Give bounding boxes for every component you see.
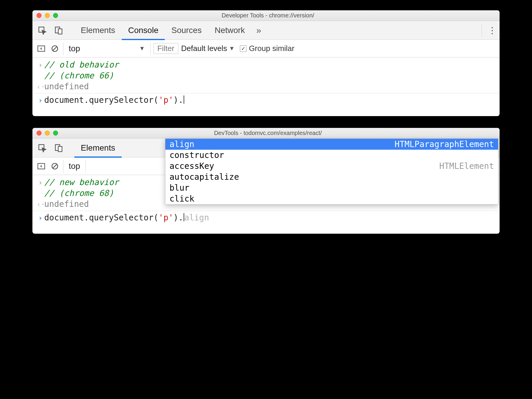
ac-name: blur xyxy=(169,183,189,193)
filter-input[interactable]: Filter xyxy=(154,43,178,54)
result-text: undefined xyxy=(44,82,89,91)
tab-network[interactable]: Network xyxy=(208,21,251,40)
tab-label: Console xyxy=(128,26,159,35)
ac-name: align xyxy=(169,139,194,149)
ac-name: constructor xyxy=(169,150,224,160)
ac-type: HTMLElement xyxy=(439,161,494,171)
result-text: undefined xyxy=(44,199,89,209)
window-controls xyxy=(37,131,58,136)
ac-name: click xyxy=(169,194,194,204)
devtools-window-1: Developer Tools - chrome://version/ Elem… xyxy=(32,10,500,116)
panel-tabbar: Elements Console Sources Network » ⋮ xyxy=(32,21,500,40)
autocomplete-item[interactable]: constructor xyxy=(165,150,498,161)
tab-label: Elements xyxy=(81,26,115,35)
svg-rect-8 xyxy=(58,146,62,152)
console-toolbar: top ▼ Filter Default levels ▼ ✓ Group si… xyxy=(32,40,500,57)
group-similar-toggle[interactable]: ✓ Group similar xyxy=(240,44,294,53)
autocomplete-item[interactable]: blur xyxy=(165,182,498,193)
context-selector[interactable]: top ▼ xyxy=(63,42,151,55)
comment-text: // (chrome 66) xyxy=(44,71,114,80)
prompt-icon: › xyxy=(37,95,44,105)
console-input[interactable]: document.querySelector('p').align xyxy=(44,213,209,222)
result-icon: ‹· xyxy=(37,199,44,209)
tab-label: Network xyxy=(215,26,245,35)
clear-console-icon[interactable] xyxy=(50,161,60,172)
prompt-icon: › xyxy=(37,213,44,222)
expand-icon[interactable]: › xyxy=(37,60,44,69)
maximize-button[interactable] xyxy=(53,131,58,136)
more-tabs-icon[interactable]: » xyxy=(251,25,266,35)
context-selector[interactable]: top xyxy=(63,160,86,173)
window-title: Developer Tools - chrome://version/ xyxy=(58,12,478,19)
titlebar: Developer Tools - chrome://version/ xyxy=(32,10,500,21)
autocomplete-item[interactable]: align HTMLParagraphElement xyxy=(165,139,498,150)
svg-line-5 xyxy=(53,47,57,50)
device-toolbar-icon[interactable] xyxy=(52,142,65,154)
tab-label: Sources xyxy=(171,26,202,35)
tab-elements[interactable]: Elements xyxy=(74,21,122,40)
svg-line-11 xyxy=(53,164,57,168)
comment-text: // (chrome 68) xyxy=(44,188,114,198)
titlebar: DevTools - todomvc.com/examples/react/ xyxy=(32,128,500,139)
console-input[interactable]: document.querySelector('p'). xyxy=(44,95,184,105)
ac-name: autocapitalize xyxy=(169,172,239,182)
close-button[interactable] xyxy=(37,13,42,18)
clear-console-icon[interactable] xyxy=(50,43,60,54)
filter-placeholder: Filter xyxy=(157,44,174,53)
autocomplete-popup: align HTMLParagraphElement constructor a… xyxy=(165,139,498,205)
result-icon: ‹· xyxy=(37,82,44,91)
device-toolbar-icon[interactable] xyxy=(52,24,65,36)
dropdown-icon: ▼ xyxy=(139,45,145,52)
close-button[interactable] xyxy=(37,131,42,136)
checkbox-icon: ✓ xyxy=(240,45,246,52)
tab-console[interactable]: Console xyxy=(122,21,165,40)
console-output: › // old behavior // (chrome 66) ‹· unde… xyxy=(32,57,500,116)
tab-label: Elements xyxy=(81,143,115,153)
autocomplete-ghost: align xyxy=(184,213,209,222)
context-label: top xyxy=(69,161,80,171)
context-label: top xyxy=(69,44,80,53)
ac-type: HTMLParagraphElement xyxy=(395,139,494,149)
log-levels-dropdown[interactable]: Default levels ▼ xyxy=(181,44,235,53)
minimize-button[interactable] xyxy=(45,131,50,136)
window-title: DevTools - todomvc.com/examples/react/ xyxy=(58,130,478,136)
tab-elements[interactable]: Elements xyxy=(74,139,122,157)
inspect-element-icon[interactable] xyxy=(35,142,49,154)
minimize-button[interactable] xyxy=(45,13,50,18)
autocomplete-item[interactable]: click xyxy=(165,193,498,204)
inspect-element-icon[interactable] xyxy=(35,24,49,36)
svg-rect-2 xyxy=(58,29,62,34)
maximize-button[interactable] xyxy=(53,13,58,18)
show-console-sidebar-icon[interactable] xyxy=(36,161,47,172)
autocomplete-item[interactable]: autocapitalize xyxy=(165,172,498,182)
levels-label: Default levels xyxy=(181,44,227,53)
show-console-sidebar-icon[interactable] xyxy=(36,43,47,54)
ac-name: accessKey xyxy=(169,161,214,171)
window-controls xyxy=(37,13,58,18)
dropdown-icon: ▼ xyxy=(229,45,235,52)
comment-text: // new behavior xyxy=(44,177,119,187)
autocomplete-item[interactable]: accessKey HTMLElement xyxy=(165,161,498,172)
devtools-window-2: DevTools - todomvc.com/examples/react/ E… xyxy=(32,128,500,234)
kebab-menu-icon[interactable]: ⋮ xyxy=(485,25,500,35)
group-label: Group similar xyxy=(249,44,294,53)
comment-text: // old behavior xyxy=(44,60,119,70)
divider xyxy=(482,24,482,37)
tab-sources[interactable]: Sources xyxy=(165,21,208,40)
text-cursor xyxy=(184,95,184,104)
expand-icon[interactable]: › xyxy=(37,177,44,187)
